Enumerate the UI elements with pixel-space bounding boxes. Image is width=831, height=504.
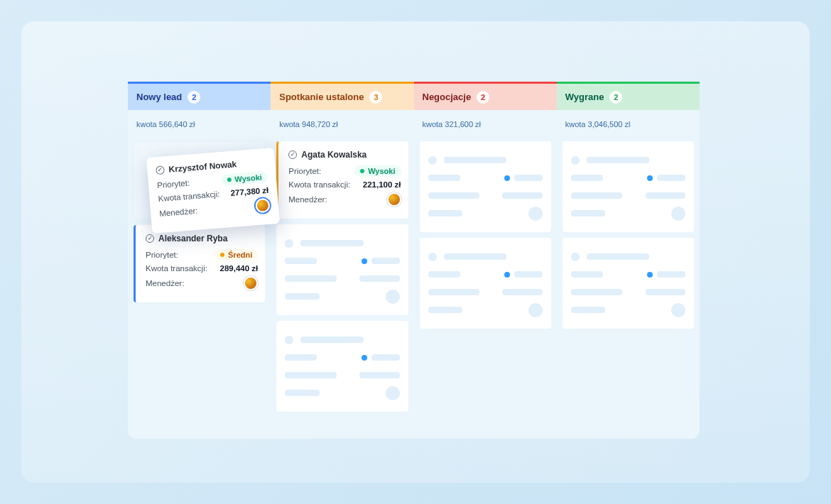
deal-card-placeholder[interactable] — [420, 238, 551, 329]
deal-card-placeholder[interactable] — [563, 141, 694, 232]
amount-label: Kwota transakcji: — [146, 264, 207, 273]
deal-card-placeholder[interactable] — [276, 224, 408, 315]
amount-label: Kwota transakcji: — [288, 180, 350, 189]
kanban-column-won: Wygrane 2 kwota 3,046,500 zl — [557, 82, 700, 439]
dragging-deal-card[interactable]: Krzysztof Nowak Priorytet: Wysoki Kwota … — [146, 148, 280, 234]
column-count-badge: 2 — [188, 91, 200, 104]
amount-value: 289,440 zł — [220, 264, 259, 273]
manager-label: Menedżer: — [288, 195, 327, 204]
column-header[interactable]: Wygrane 2 — [557, 82, 700, 110]
priority-label: Priorytet: — [146, 251, 178, 259]
column-title: Spotkanie ustalone — [279, 92, 364, 102]
check-icon — [156, 165, 165, 175]
column-header[interactable]: Negocjacje 2 — [414, 82, 557, 110]
column-count-badge: 3 — [369, 91, 382, 104]
amount-label: Kwota transakcji: — [158, 190, 220, 203]
column-header[interactable]: Nowy lead 2 — [128, 82, 271, 110]
priority-pill: Wysoki — [354, 165, 401, 177]
avatar[interactable] — [244, 276, 258, 290]
column-amount: kwota 321,600 zł — [414, 110, 557, 136]
column-count-badge: 2 — [477, 91, 489, 104]
kanban-column-new-lead: Nowy lead 2 kwota 566,640 zł Aleksander … — [128, 82, 271, 439]
check-icon — [146, 234, 154, 243]
deal-card[interactable]: Agata Kowalska Priorytet: Wysoki Kwota t… — [276, 141, 408, 219]
priority-dot-icon — [220, 253, 224, 257]
check-icon — [288, 150, 297, 159]
column-title: Wygrane — [565, 92, 604, 102]
priority-label: Priorytet: — [288, 167, 321, 175]
amount-value: 277,380 zł — [230, 186, 268, 197]
priority-pill: Wysoki — [221, 171, 268, 186]
priority-pill: Średni — [214, 249, 258, 261]
card-title: Agata Kowalska — [288, 150, 401, 160]
manager-label: Menedżer: — [146, 279, 184, 287]
card-title: Aleksander Ryba — [146, 234, 258, 243]
deal-card-placeholder[interactable] — [276, 321, 408, 412]
column-header[interactable]: Spotkanie ustalone 3 — [271, 82, 413, 110]
kanban-column-meeting-set: Spotkanie ustalone 3 kwota 948,720 zł Ag… — [271, 82, 413, 439]
column-title: Nowy lead — [136, 92, 182, 102]
column-count-badge: 2 — [609, 91, 622, 104]
kanban-column-negotiations: Negocjacje 2 kwota 321,600 zł — [414, 82, 557, 439]
deal-card[interactable]: Aleksander Ryba Priorytet: Średni Kwota … — [134, 225, 265, 302]
deal-card-placeholder[interactable] — [420, 141, 551, 232]
column-title: Negocjacje — [423, 92, 472, 102]
priority-label: Priorytet: — [157, 179, 190, 190]
column-amount: kwota 566,640 zł — [128, 110, 271, 136]
column-amount: kwota 948,720 zł — [271, 110, 413, 136]
column-amount: kwota 3,046,500 zl — [557, 110, 700, 136]
deal-card-placeholder[interactable] — [563, 238, 694, 329]
priority-dot-icon — [227, 177, 231, 182]
avatar[interactable] — [255, 198, 271, 214]
manager-label: Menedżer: — [159, 207, 198, 218]
amount-value: 221,100 zł — [363, 180, 401, 189]
avatar[interactable] — [387, 192, 401, 207]
priority-dot-icon — [360, 169, 364, 173]
kanban-board: Nowy lead 2 kwota 566,640 zł Aleksander … — [128, 82, 700, 439]
